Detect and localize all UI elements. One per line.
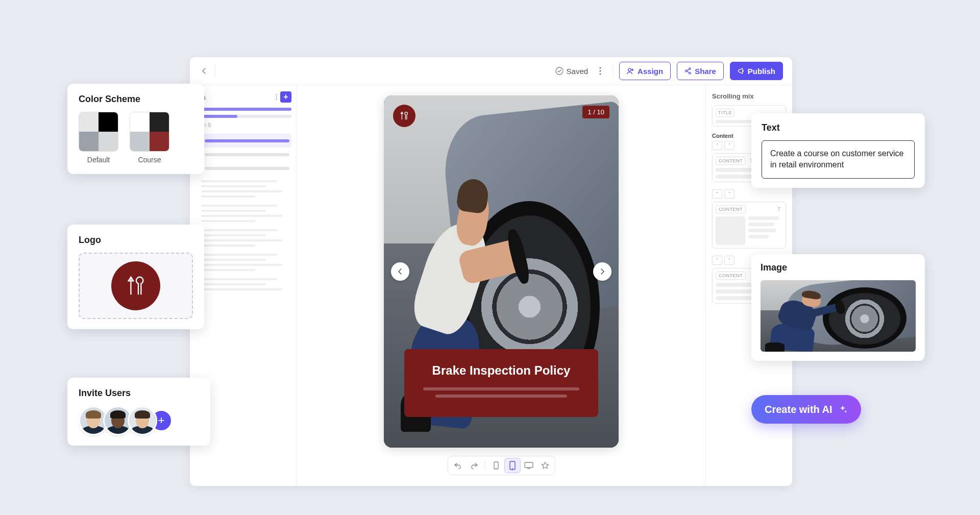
undo-icon [454,462,462,469]
phone-icon [494,461,499,470]
svg-point-1 [600,67,601,68]
slide-row[interactable]: 1 [195,134,291,148]
publish-button[interactable]: Publish [730,62,783,80]
image-popup-heading: Image [761,262,916,273]
invite-users-card: Invite Users + [67,378,210,446]
text-popup-heading: Text [762,122,915,133]
publish-label: Publish [748,67,775,76]
redo-icon [470,462,478,469]
divider [612,64,613,78]
logo-card: Logo [67,225,204,329]
phone-large-button[interactable] [505,458,520,473]
saved-indicator: Saved [555,67,589,76]
move-up-button[interactable]: ˄ [712,141,722,150]
move-up-button[interactable]: ˄ [712,256,722,265]
desktop-button[interactable] [521,458,536,473]
logo-preview [111,261,160,310]
editor-window: Saved Assign Share Publish ons + [190,57,792,486]
collapse-sidebar-button[interactable] [199,66,209,76]
svg-rect-15 [525,462,533,468]
svg-point-14 [512,468,513,469]
star-icon [541,461,549,470]
content-item[interactable]: CONTENT T [712,202,786,249]
text-block-popup: Text Create a course on customer service… [751,113,925,188]
slide-notes-placeholder [201,180,291,198]
invite-heading: Invite Users [79,388,199,399]
default-swatch-label: Default [87,156,110,164]
page-counter: 1 / 10 [582,106,609,118]
progress-caption: 00 ☆5 [195,122,291,129]
svg-point-6 [685,70,688,72]
more-menu-button[interactable] [594,65,606,77]
logo-heading: Logo [79,235,193,246]
slide-row[interactable]: 3 [195,161,291,175]
favorite-button[interactable] [537,458,553,473]
slide-notes-placeholder [201,254,291,271]
ai-prompt-input[interactable]: Create a course on customer service in r… [762,140,915,179]
svg-point-3 [600,73,601,75]
share-label: Share [695,67,716,76]
svg-point-5 [689,68,691,70]
color-scheme-heading: Color Scheme [79,94,193,105]
vertical-dots-icon[interactable] [276,94,277,100]
move-down-button[interactable]: ˅ [724,141,734,150]
assign-label: Assign [638,67,663,76]
progress-track [195,115,291,118]
prev-slide-button[interactable] [391,262,409,281]
text-icon[interactable]: T [775,206,782,213]
create-with-ai-button[interactable]: Create with AI [751,395,861,424]
desktop-icon [524,462,533,469]
undo-button[interactable] [450,458,465,473]
image-thumbnail[interactable] [761,280,916,352]
chevron-right-icon [600,268,605,275]
saved-label: Saved [567,67,589,76]
color-scheme-card: Color Scheme Default Course [67,84,204,174]
phone-small-button[interactable] [488,458,504,473]
move-down-button[interactable]: ˅ [724,189,734,199]
svg-point-4 [628,68,631,71]
svg-point-12 [496,468,497,469]
redo-button[interactable] [467,458,482,473]
next-slide-button[interactable] [593,262,611,281]
image-block-popup: Image [751,254,925,361]
add-slide-button[interactable]: + [280,91,291,103]
color-scheme-default[interactable] [79,112,118,152]
device-toolbar [448,456,555,475]
course-icon-badge [393,105,415,127]
title-card: Brake Inspection Policy [404,349,598,417]
vertical-dots-icon [599,67,601,75]
share-icon [684,67,692,75]
ai-button-label: Create with AI [765,404,832,415]
slide-notes-placeholder [201,205,291,222]
assign-button[interactable]: Assign [619,62,671,80]
slide-notes-placeholder [201,278,291,290]
svg-point-2 [600,70,601,71]
logo-upload-frame[interactable] [79,253,193,319]
slide-title: Brake Inspection Policy [416,362,586,378]
chevron-left-icon [398,268,403,275]
divider [215,64,216,78]
content-block: ˄˅ CONTENT T [712,189,786,249]
editor-topbar: Saved Assign Share Publish [190,57,792,85]
move-down-button[interactable]: ˅ [724,256,734,265]
slide-row[interactable]: 2 [195,148,291,161]
svg-point-8 [276,94,277,95]
svg-point-7 [689,72,691,75]
user-plus-icon [627,67,634,75]
avatar[interactable] [128,406,157,435]
svg-point-10 [276,99,277,100]
tools-icon [399,110,410,121]
avatar-list: + [79,406,199,435]
canvas-panel: 1 / 10 Brake Inspection Policy [297,85,705,486]
color-scheme-course[interactable] [130,112,169,152]
move-up-button[interactable]: ˄ [712,189,722,199]
megaphone-icon [738,67,745,75]
phone-icon [509,461,516,470]
tools-icon [124,274,148,298]
share-button[interactable]: Share [677,62,724,80]
inspector-title: Scrolling mix [712,92,786,100]
device-preview: 1 / 10 Brake Inspection Policy [384,95,619,448]
check-circle-icon [555,67,564,75]
slide-notes-placeholder [201,229,291,247]
progress-track [195,108,291,111]
